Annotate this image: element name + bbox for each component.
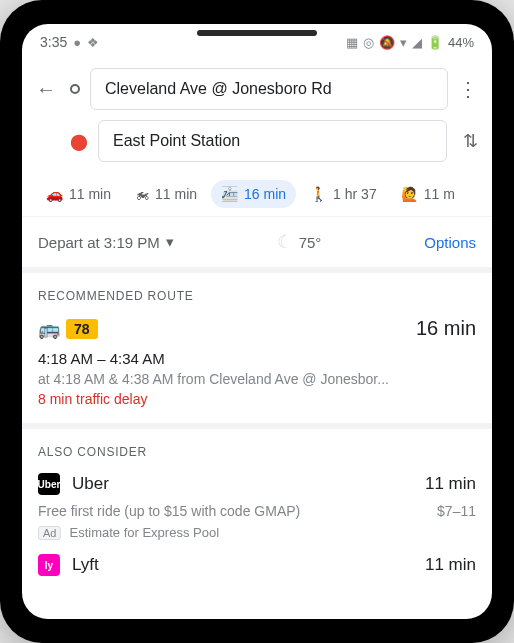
recommended-section[interactable]: RECOMMENDED ROUTE 🚌 78 16 min 4:18 AM – … [22,273,492,423]
battery-percent: 44% [448,35,474,50]
mode-walk[interactable]: 🚶 1 hr 37 [300,180,387,208]
uber-subrow: Free first ride (up to $15 with code GMA… [38,503,476,519]
route-duration: 16 min [416,317,476,340]
clock: 3:35 [40,34,67,50]
phone-speaker [197,30,317,36]
provider-row: ly Lyft 11 min [38,554,476,576]
provider-lyft[interactable]: ly Lyft 11 min [38,554,476,576]
rideshare-icon: 🙋 [401,186,418,202]
depart-time-button[interactable]: Depart at 3:19 PM ▾ [38,233,174,251]
provider-left: Uber Uber [38,473,109,495]
uber-logo-icon: Uber [38,473,60,495]
mode-rideshare[interactable]: 🙋 11 m [391,180,465,208]
motorcycle-icon: 🏍 [135,186,149,202]
lyft-duration: 11 min [425,555,476,575]
provider-row: Uber Uber 11 min [38,473,476,495]
status-left: 3:35 ● ❖ [40,34,99,50]
mode-motorcycle[interactable]: 🏍 11 min [125,180,207,208]
options-button[interactable]: Options [424,234,476,251]
dnd-icon: 🔕 [379,35,395,50]
provider-uber[interactable]: Uber Uber 11 min Free first ride (up to … [38,473,476,540]
car-icon: 🚗 [46,186,63,202]
phone-inner: 3:35 ● ❖ ▦ ◎ 🔕 ▾ ◢ 🔋 44% ← [14,14,500,629]
depart-label: Depart at 3:19 PM [38,234,160,251]
overflow-menu-button[interactable]: ⋮ [458,77,478,101]
mode-moto-duration: 11 min [155,186,197,202]
uber-duration: 11 min [425,474,476,494]
also-consider-section: ALSO CONSIDER Uber Uber 11 min Free firs… [22,429,492,600]
mode-transit[interactable]: 🚈 16 min [211,180,296,208]
origin-input[interactable] [90,68,448,110]
location-dot-icon: ● [73,35,81,50]
controls-row: Depart at 3:19 PM ▾ ☾ 75° Options [22,217,492,273]
destination-row: ⬤ ⇅ [36,120,478,162]
gps-icon: ◎ [363,35,374,50]
destination-pin-icon: ⬤ [70,132,88,151]
wifi-icon: ▾ [400,35,407,50]
temperature: 75° [299,234,322,251]
route-summary: 🚌 78 16 min [38,317,476,340]
bus-icon: 🚌 [38,318,60,340]
back-button[interactable]: ← [36,78,60,101]
traffic-delay: 8 min traffic delay [38,391,476,407]
chevron-down-icon: ▾ [166,233,174,251]
status-right: ▦ ◎ 🔕 ▾ ◢ 🔋 44% [346,35,474,50]
uber-estimate-label: Estimate for Express Pool [69,525,219,540]
lyft-logo-icon: ly [38,554,60,576]
provider-left: ly Lyft [38,554,99,576]
diamond-icon: ❖ [87,35,99,50]
uber-name: Uber [72,474,109,494]
battery-icon: 🔋 [427,35,443,50]
weather: ☾ 75° [277,231,322,253]
mode-transit-duration: 16 min [244,186,286,202]
mode-tabs: 🚗 11 min 🏍 11 min 🚈 16 min 🚶 1 hr 37 🙋 [22,172,492,217]
ad-badge: Ad [38,526,61,540]
swap-button[interactable]: ⇅ [463,130,478,152]
origin-row: ← ⋮ [36,68,478,110]
phone-frame: 3:35 ● ❖ ▦ ◎ 🔕 ▾ ◢ 🔋 44% ← [0,0,514,643]
route-icons: 🚌 78 [38,318,98,340]
mode-walk-duration: 1 hr 37 [333,186,377,202]
uber-ad-row: Ad Estimate for Express Pool [38,525,476,540]
directions-header: ← ⋮ ⬤ ⇅ [22,60,492,172]
route-detail: at 4:18 AM & 4:38 AM from Cleveland Ave … [38,371,476,387]
recommended-label: RECOMMENDED ROUTE [38,289,476,303]
route-badge: 78 [66,319,98,339]
uber-promo: Free first ride (up to $15 with code GMA… [38,503,300,519]
also-consider-label: ALSO CONSIDER [38,445,476,459]
mode-car[interactable]: 🚗 11 min [36,180,121,208]
moon-icon: ☾ [277,231,293,253]
mode-rideshare-duration: 11 m [424,186,455,202]
screen: 3:35 ● ❖ ▦ ◎ 🔕 ▾ ◢ 🔋 44% ← [22,24,492,619]
walk-icon: 🚶 [310,186,327,202]
route-times: 4:18 AM – 4:34 AM [38,350,476,367]
transit-icon: 🚈 [221,186,238,202]
lyft-name: Lyft [72,555,99,575]
mode-car-duration: 11 min [69,186,111,202]
signal-icon: ◢ [412,35,422,50]
uber-price: $7–11 [437,503,476,519]
cast-icon: ▦ [346,35,358,50]
origin-icon [70,84,80,94]
destination-input[interactable] [98,120,447,162]
